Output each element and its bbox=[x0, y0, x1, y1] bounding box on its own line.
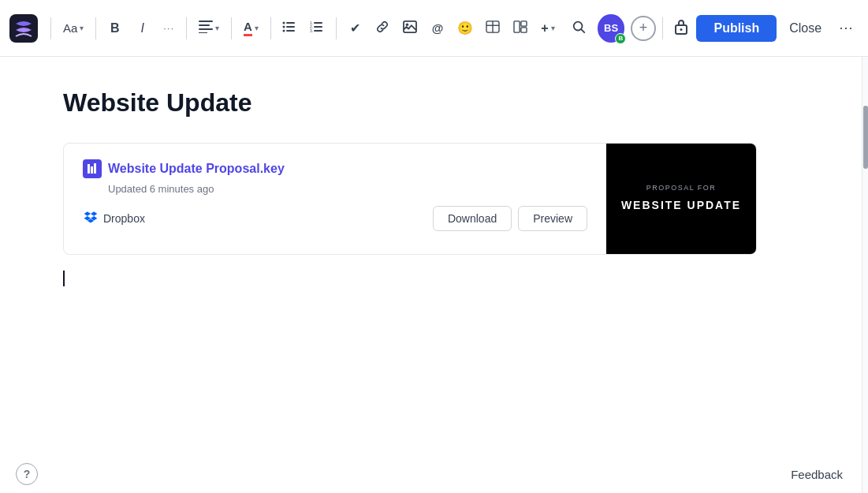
separator-6 bbox=[336, 17, 337, 39]
add-collaborator-button[interactable]: + bbox=[631, 16, 655, 41]
svg-point-18 bbox=[406, 23, 409, 26]
separator-4 bbox=[231, 17, 232, 39]
bold-icon: B bbox=[110, 21, 120, 35]
file-type-icon bbox=[83, 159, 102, 178]
file-card: Website Update Proposal.key Updated 6 mi… bbox=[63, 143, 757, 255]
separator-1 bbox=[50, 17, 51, 39]
svg-rect-8 bbox=[286, 26, 295, 28]
more-text-button[interactable]: ··· bbox=[158, 18, 180, 38]
dropbox-icon bbox=[83, 210, 99, 228]
publish-button[interactable]: Publish bbox=[696, 15, 777, 42]
scrollbar-thumb[interactable] bbox=[863, 106, 868, 169]
font-size-button[interactable]: Aa ▾ bbox=[58, 17, 89, 39]
toolbar: Aa ▾ B I ··· ▾ A ▾ bbox=[0, 0, 868, 57]
search-icon bbox=[572, 20, 586, 37]
close-button[interactable]: Close bbox=[780, 15, 831, 42]
bullet-list-button[interactable] bbox=[278, 16, 302, 41]
file-actions-row: Dropbox Download Preview bbox=[83, 206, 587, 231]
avatar-badge: B bbox=[615, 33, 626, 44]
svg-rect-29 bbox=[91, 166, 93, 174]
svg-rect-22 bbox=[514, 21, 520, 32]
page-title[interactable]: Website Update bbox=[63, 88, 799, 118]
help-button[interactable]: ? bbox=[16, 463, 38, 485]
numbered-list-button[interactable]: 1. 2. 3. bbox=[305, 16, 330, 41]
svg-point-27 bbox=[680, 28, 682, 31]
svg-rect-12 bbox=[314, 22, 322, 24]
bold-button[interactable]: B bbox=[102, 16, 127, 41]
svg-rect-1 bbox=[199, 21, 213, 22]
link-icon bbox=[375, 21, 389, 36]
text-color-button[interactable]: A ▾ bbox=[238, 16, 264, 40]
scrollbar[interactable] bbox=[862, 57, 868, 493]
svg-rect-28 bbox=[88, 164, 90, 174]
ellipsis-icon: ··· bbox=[840, 20, 854, 36]
plus-icon: + bbox=[541, 21, 548, 35]
svg-text:3.: 3. bbox=[310, 28, 313, 33]
download-button[interactable]: Download bbox=[433, 206, 512, 231]
svg-point-9 bbox=[283, 29, 285, 32]
link-button[interactable] bbox=[371, 16, 395, 41]
bullet-list-icon bbox=[282, 21, 296, 36]
content-area: Website Update Website Update Proposal.k… bbox=[0, 57, 868, 493]
text-color-icon: A bbox=[244, 20, 252, 36]
svg-rect-14 bbox=[314, 26, 322, 28]
search-button[interactable] bbox=[567, 16, 591, 41]
separator-3 bbox=[186, 17, 187, 39]
insert-chevron-icon: ▾ bbox=[551, 24, 555, 32]
table-icon bbox=[486, 21, 500, 36]
add-icon: + bbox=[639, 20, 648, 36]
image-icon bbox=[403, 21, 417, 36]
preview-button[interactable]: Preview bbox=[518, 206, 587, 231]
user-avatar[interactable]: BS B bbox=[598, 14, 625, 43]
svg-point-5 bbox=[283, 21, 285, 24]
italic-button[interactable]: I bbox=[130, 16, 155, 41]
dropbox-badge[interactable]: Dropbox bbox=[83, 210, 145, 228]
separator-5 bbox=[270, 17, 271, 39]
layout-icon bbox=[513, 21, 527, 36]
font-size-label: Aa bbox=[63, 21, 77, 35]
more-menu-button[interactable]: ··· bbox=[834, 16, 859, 41]
app-logo[interactable] bbox=[9, 14, 38, 43]
at-icon: @ bbox=[432, 21, 444, 35]
svg-rect-6 bbox=[286, 22, 295, 24]
separator-2 bbox=[95, 17, 96, 39]
emoji-button[interactable]: 🙂 bbox=[453, 16, 477, 41]
preview-small-text: PROPOSAL FOR bbox=[646, 184, 717, 192]
mention-button[interactable]: @ bbox=[426, 16, 450, 41]
svg-rect-24 bbox=[521, 27, 527, 32]
italic-icon: I bbox=[141, 21, 144, 35]
insert-button[interactable]: + ▾ bbox=[535, 17, 560, 39]
file-name-link[interactable]: Website Update Proposal.key bbox=[108, 162, 285, 176]
chevron-down-icon: ▾ bbox=[80, 24, 84, 32]
lock-button[interactable] bbox=[669, 16, 694, 41]
svg-rect-23 bbox=[521, 21, 527, 25]
svg-rect-2 bbox=[199, 24, 210, 26]
align-button[interactable]: ▾ bbox=[193, 17, 225, 39]
align-chevron-icon: ▾ bbox=[215, 24, 219, 32]
bottom-bar: ? Feedback bbox=[0, 455, 868, 493]
numbered-list-icon: 1. 2. 3. bbox=[310, 21, 324, 36]
svg-rect-4 bbox=[199, 32, 207, 33]
file-name-row: Website Update Proposal.key bbox=[83, 159, 587, 178]
svg-point-7 bbox=[283, 25, 285, 28]
color-chevron-icon: ▾ bbox=[255, 24, 259, 32]
feedback-button[interactable]: Feedback bbox=[781, 463, 852, 486]
avatar-initials: BS bbox=[604, 22, 618, 34]
checklist-button[interactable]: ✔ bbox=[343, 16, 367, 41]
more-text-icon: ··· bbox=[163, 22, 174, 34]
lock-icon bbox=[673, 17, 689, 39]
svg-rect-3 bbox=[199, 28, 213, 30]
preview-title: WEBSITE UPDATE bbox=[621, 198, 741, 214]
text-cursor bbox=[63, 271, 65, 286]
file-preview-thumbnail[interactable]: PROPOSAL FOR WEBSITE UPDATE bbox=[606, 144, 756, 254]
check-icon: ✔ bbox=[350, 21, 360, 35]
image-button[interactable] bbox=[398, 16, 423, 41]
file-card-left: Website Update Proposal.key Updated 6 mi… bbox=[64, 144, 606, 254]
separator-7 bbox=[662, 17, 663, 39]
editor[interactable]: Website Update Website Update Proposal.k… bbox=[0, 57, 862, 493]
svg-rect-30 bbox=[94, 163, 96, 174]
file-updated-text: Updated 6 minutes ago bbox=[108, 183, 587, 195]
dropbox-label: Dropbox bbox=[103, 212, 145, 225]
layout-button[interactable] bbox=[508, 16, 532, 41]
table-button[interactable] bbox=[480, 16, 505, 41]
